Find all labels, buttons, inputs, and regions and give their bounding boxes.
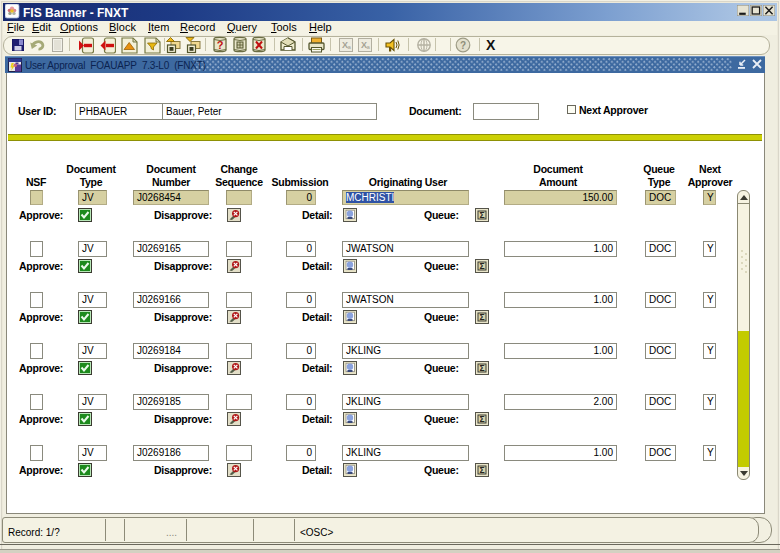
svg-text:Σ: Σ (480, 261, 485, 271)
svg-text:?: ? (217, 39, 224, 51)
svg-text:Σ: Σ (480, 414, 485, 424)
svg-text:Σ: Σ (480, 465, 485, 475)
svg-text:?: ? (460, 40, 466, 51)
svg-text:Σ: Σ (480, 210, 485, 220)
svg-text:Σ: Σ (480, 312, 485, 322)
svg-text:Σ: Σ (480, 363, 485, 373)
